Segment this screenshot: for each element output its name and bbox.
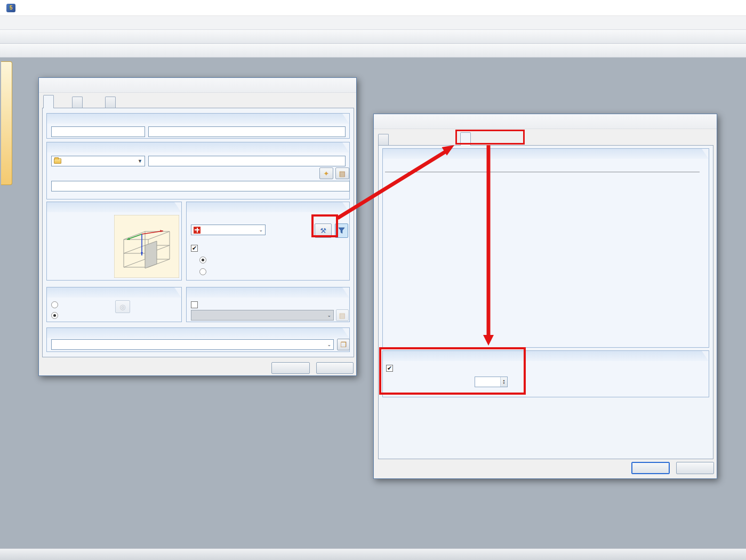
cancel-button[interactable]: [316, 362, 354, 374]
chevron-down-icon: ⌄: [327, 342, 331, 347]
template-select[interactable]: ⌄: [191, 310, 334, 321]
group-combination-factors: [382, 148, 709, 348]
folder-path-input[interactable]: [51, 181, 350, 191]
chevron-down-icon: ⌄: [327, 313, 331, 318]
tab-partial-factors[interactable]: [378, 134, 389, 145]
snow-coefficient-header: [383, 351, 709, 361]
group-comment: ⌄ ❐: [46, 327, 350, 352]
group-project: ▼ ✦ ▤: [46, 142, 350, 199]
template-header: [187, 287, 349, 298]
tab-obecne[interactable]: [43, 95, 54, 108]
tab-moznosti[interactable]: [72, 97, 83, 108]
open-template-checkbox[interactable]: [191, 301, 198, 308]
group-snow-coefficient: ✔ ▲▼: [382, 350, 709, 397]
maximize-button[interactable]: [697, 0, 721, 15]
comment-input[interactable]: ⌄: [51, 339, 334, 350]
tab-combination-factors[interactable]: [460, 132, 471, 146]
spinner-arrows-icon[interactable]: ▲▼: [500, 377, 507, 387]
ok-button[interactable]: [631, 462, 670, 474]
group-model-name: [46, 113, 350, 139]
z-up-radio[interactable]: [51, 301, 58, 308]
minimize-button[interactable]: [672, 0, 697, 15]
norm-select[interactable]: ⌄: [191, 225, 266, 235]
model-preview-image: [114, 215, 179, 278]
coefficients-dialog: ✔ ▲▼: [373, 114, 717, 479]
new-model-dialog: ▼ ✦ ▤: [38, 77, 357, 376]
new-project-button[interactable]: ✦: [319, 167, 333, 179]
window-titlebar: 5: [0, 0, 746, 16]
z-orientation-header: [47, 287, 181, 298]
group-classification: ⌄ ⚒ ✔: [186, 202, 350, 281]
toolbar-standard: [0, 30, 746, 44]
norm-settings-button[interactable]: ⚒: [315, 223, 332, 238]
project-navigator-tab[interactable]: [1, 61, 12, 185]
toolbar-insert: [0, 44, 746, 58]
altitude-checkbox[interactable]: ✔: [386, 365, 393, 372]
tab-historie[interactable]: [105, 97, 116, 108]
project-select[interactable]: ▼: [51, 156, 145, 166]
load-combination-radio[interactable]: [199, 257, 206, 263]
model-name-input[interactable]: [51, 126, 145, 137]
swiss-flag-icon: [194, 227, 200, 234]
auto-combination-checkbox[interactable]: ✔: [191, 245, 198, 252]
rfem-app-icon: 5: [6, 4, 15, 12]
cancel-button[interactable]: [676, 462, 714, 474]
model-type-header: [47, 202, 181, 212]
z-preview-button[interactable]: ◎: [115, 300, 130, 313]
folder-icon: [54, 158, 61, 164]
group-template: ⌄ ▤: [186, 287, 350, 322]
filter-button[interactable]: [335, 223, 348, 238]
model-desc-input[interactable]: [148, 126, 346, 137]
browse-template-button[interactable]: ▤: [336, 309, 349, 321]
coefficients-dialog-titlebar[interactable]: [374, 114, 717, 129]
project-desc-input[interactable]: [148, 156, 346, 166]
filter-icon: [338, 227, 345, 234]
statusbar: [0, 548, 746, 560]
classification-header: [187, 202, 349, 212]
chevron-down-icon: ▼: [138, 158, 142, 164]
chevron-down-icon: ⌄: [259, 227, 263, 233]
result-combination-radio[interactable]: [199, 268, 206, 275]
altitude-value: [475, 377, 500, 387]
group-z-orientation: ◎: [46, 287, 182, 322]
new-model-dialog-titlebar[interactable]: [39, 78, 356, 93]
menubar: [0, 16, 746, 30]
z-down-radio[interactable]: [51, 312, 58, 319]
comment-library-button[interactable]: ❐: [337, 339, 350, 350]
open-project-button[interactable]: ▤: [335, 167, 349, 179]
comment-header: [47, 328, 349, 338]
ok-button[interactable]: [271, 362, 310, 374]
close-button[interactable]: [721, 0, 746, 15]
group-model-type: [46, 202, 182, 281]
altitude-input[interactable]: ▲▼: [475, 377, 508, 387]
